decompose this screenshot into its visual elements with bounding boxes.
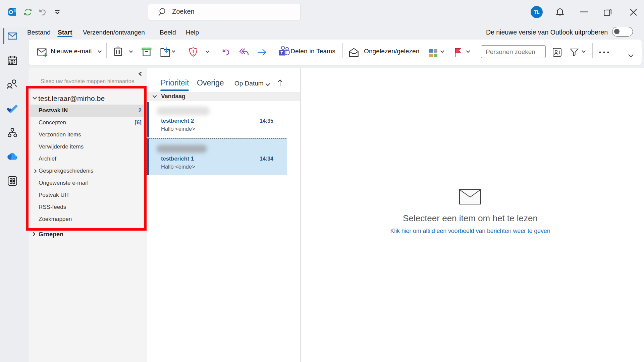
svg-text:T: T: [280, 51, 283, 55]
